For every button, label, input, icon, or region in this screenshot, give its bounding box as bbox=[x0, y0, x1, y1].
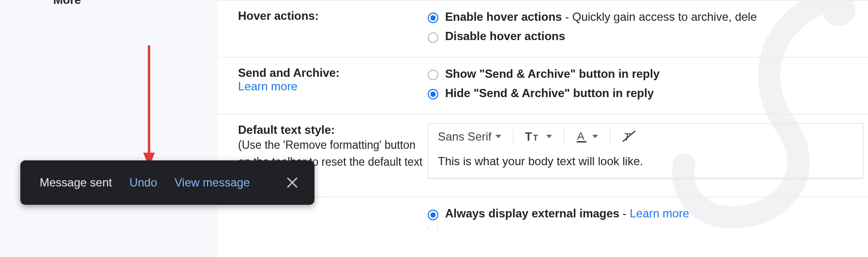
toolbar-separator bbox=[513, 128, 513, 145]
enable-hover-desc: - Quickly gain access to archive, dele bbox=[562, 10, 757, 23]
undo-button[interactable]: Undo bbox=[129, 176, 157, 189]
hover-actions-title: Hover actions: bbox=[238, 9, 319, 22]
remove-formatting-icon: T bbox=[622, 130, 636, 143]
radio-show-send-archive[interactable] bbox=[428, 70, 438, 80]
always-display-images-sep: - bbox=[619, 207, 629, 220]
text-style-toolbar: Sans Serif T T bbox=[428, 124, 863, 149]
chevron-down-icon bbox=[546, 135, 552, 138]
radio-enable-hover[interactable] bbox=[428, 13, 438, 23]
toast-message: Message sent bbox=[40, 176, 112, 189]
show-send-archive-label: Show "Send & Archive" button in reply bbox=[445, 66, 659, 82]
radio-disable-hover[interactable] bbox=[428, 32, 438, 43]
toast-close-button[interactable] bbox=[279, 169, 306, 196]
svg-rect-4 bbox=[577, 141, 586, 143]
svg-text:T: T bbox=[533, 134, 538, 142]
sidebar-more[interactable]: More bbox=[53, 0, 81, 7]
radio-hide-send-archive[interactable] bbox=[428, 89, 438, 100]
send-archive-learn-more-link[interactable]: Learn more bbox=[238, 80, 298, 93]
text-color-icon: A bbox=[576, 130, 588, 143]
section-default-text-style: Default text style: (Use the 'Remove for… bbox=[218, 114, 868, 197]
toolbar-separator bbox=[610, 128, 610, 145]
sidebar: More bbox=[0, 0, 218, 257]
enable-hover-label: Enable hover actions bbox=[445, 10, 562, 23]
text-style-title: Default text style: bbox=[238, 123, 428, 137]
view-message-button[interactable]: View message bbox=[175, 176, 250, 189]
toolbar-separator bbox=[564, 128, 564, 145]
font-family-dropdown[interactable]: Sans Serif bbox=[438, 130, 501, 143]
svg-text:T: T bbox=[525, 130, 532, 143]
settings-panel: Hover actions: Enable hover actions - Qu… bbox=[218, 0, 868, 257]
always-display-images-label: Always display external images bbox=[445, 207, 619, 220]
message-sent-toast: Message sent Undo View message bbox=[20, 160, 314, 205]
remove-formatting-button[interactable]: T bbox=[622, 130, 636, 143]
section-send-archive: Send and Archive: Learn more Show "Send … bbox=[218, 57, 868, 114]
chevron-down-icon bbox=[495, 135, 501, 138]
chevron-down-icon bbox=[592, 135, 598, 138]
font-family-name: Sans Serif bbox=[438, 130, 492, 143]
text-style-editor: Sans Serif T T bbox=[428, 123, 863, 178]
text-style-preview: This is what your body text will look li… bbox=[428, 149, 863, 178]
images-learn-more-link[interactable]: Learn more bbox=[630, 207, 689, 220]
svg-text:A: A bbox=[577, 130, 584, 142]
hide-send-archive-label: Hide "Send & Archive" button in reply bbox=[445, 86, 654, 101]
radio-ask-before-images[interactable] bbox=[428, 226, 438, 228]
send-archive-title: Send and Archive: bbox=[238, 66, 428, 80]
close-icon bbox=[286, 177, 298, 188]
font-size-icon: T T bbox=[525, 130, 542, 143]
section-hover-actions: Hover actions: Enable hover actions - Qu… bbox=[218, 0, 868, 57]
section-images: Always display external images - Learn m… bbox=[218, 197, 868, 241]
text-color-dropdown[interactable]: A bbox=[576, 130, 598, 143]
radio-always-display-images[interactable] bbox=[428, 210, 438, 220]
font-size-dropdown[interactable]: T T bbox=[525, 130, 552, 143]
disable-hover-label: Disable hover actions bbox=[445, 29, 565, 44]
